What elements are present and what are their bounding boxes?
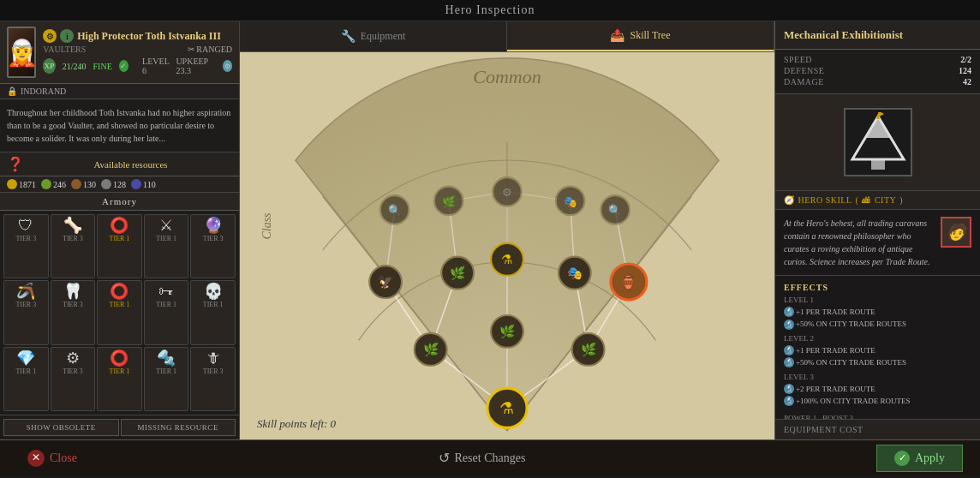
hero-badge-2: i xyxy=(60,29,74,43)
skill-tree-area[interactable]: Common Class xyxy=(240,52,774,439)
hero-badge: ⚙ xyxy=(43,29,57,43)
resources-panel: ❓ Available resources xyxy=(0,152,239,176)
svg-rect-50 xyxy=(871,159,885,170)
compass-icon: 🧭 xyxy=(784,195,795,205)
window-title: Hero Inspection xyxy=(445,3,535,16)
hero-header: 🧝 ⚙ i High Protector Toth Istvanka III V… xyxy=(0,21,239,84)
level2-label: LEVEL 2 xyxy=(784,334,971,343)
apply-button[interactable]: ✓ Apply xyxy=(876,445,963,472)
list-item[interactable]: 🦴TIER 3 xyxy=(51,214,96,278)
tooltip-description-text: At the Hero's behest, all trading carava… xyxy=(784,218,929,266)
effects-panel: EFFECTS LEVEL 1 🔬 +1 PER TRADE ROUTE 🔬 +… xyxy=(775,276,980,419)
hero-skill-label: 🧭 HERO SKILL ( 🏙 CITY ) xyxy=(775,191,980,210)
svg-text:🌿: 🌿 xyxy=(442,195,456,209)
city-bracket-open: ( xyxy=(856,195,859,205)
equipment-cost-bar: EQUIPMENT COST xyxy=(775,419,980,439)
list-item[interactable]: 🛡TIER 3 xyxy=(3,214,49,278)
missing-resource-button[interactable]: MISSING RESOURCE xyxy=(121,419,236,436)
faction-row: VAULTERS ✂ RANGED xyxy=(43,45,232,54)
svg-text:🔍: 🔍 xyxy=(608,204,622,218)
equipment-cost-label: EQUIPMENT COST xyxy=(784,425,863,434)
effect-line: 🔬 +50% ON CITY TRADE ROUTES xyxy=(784,318,971,330)
svg-text:⚗: ⚗ xyxy=(502,253,513,266)
fine-icon: ✓ xyxy=(119,60,128,72)
lock-icon: 🔒 xyxy=(7,87,17,96)
effect-line: 🔬 +100% ON CITY TRADE ROUTES xyxy=(784,395,971,407)
effect-line: 🔬 +50% ON CITY TRADE ROUTES xyxy=(784,356,971,368)
svg-text:🎭: 🎭 xyxy=(564,195,577,209)
hero-info: ⚙ i High Protector Toth Istvanka III VAU… xyxy=(43,29,232,75)
list-item[interactable]: 💀TIER 1 xyxy=(190,280,236,344)
resources-label: Available resources xyxy=(29,159,232,170)
defense-stat: DEFENSE 124 xyxy=(784,66,971,75)
svg-text:🦅: 🦅 xyxy=(378,274,394,290)
science-icon-5: 🔬 xyxy=(784,384,794,394)
skill-tree-svg: 🌿 🌿 🌿 🦅 🌿 ⚗ 🎭 🏺 🔍 xyxy=(240,52,774,439)
list-item[interactable]: 🗝TIER 1 xyxy=(144,280,189,344)
level-label: LEVEL 6 xyxy=(142,57,169,75)
hero-name: High Protector Toth Istvanka III xyxy=(77,30,221,43)
list-item[interactable]: 💎TIER 1 xyxy=(3,347,49,411)
list-item[interactable]: ⭕TIER 1 xyxy=(97,347,142,411)
tab-skilltree[interactable]: 📤 Skill Tree xyxy=(507,21,774,51)
list-item[interactable]: 🔮TIER 3 xyxy=(190,214,236,278)
close-button[interactable]: ✕ Close xyxy=(17,445,87,472)
list-item[interactable]: 🗡TIER 3 xyxy=(190,347,236,411)
hero-skill-text: HERO SKILL xyxy=(798,195,852,205)
stone-value: 128 xyxy=(113,180,126,189)
svg-text:🏺: 🏺 xyxy=(619,273,637,291)
skill-points-label: Skill points left: 0 xyxy=(257,417,336,431)
effect-line: 🔬 +1 PER TRADE ROUTE xyxy=(784,306,971,318)
science-icon: 🔬 xyxy=(784,307,794,317)
food-icon xyxy=(41,179,51,189)
faction-label: VAULTERS xyxy=(43,45,86,54)
svg-text:🌿: 🌿 xyxy=(581,342,597,357)
food-resource: 246 xyxy=(41,179,66,189)
svg-marker-49 xyxy=(865,117,891,138)
defense-value: 124 xyxy=(959,66,971,75)
armory-header: Armory xyxy=(0,193,239,211)
armory-footer: SHOW OBSOLETE MISSING RESOURCE xyxy=(0,415,239,439)
speed-stat: SPEED 2/2 xyxy=(784,55,971,64)
svg-text:🌿: 🌿 xyxy=(450,266,466,281)
list-item[interactable]: 🦷TIER 3 xyxy=(51,280,96,344)
level3-label: LEVEL 3 xyxy=(784,373,971,381)
damage-label: DAMAGE xyxy=(784,77,824,87)
tab-equipment-label: Equipment xyxy=(361,30,406,43)
svg-text:⚗: ⚗ xyxy=(500,399,515,417)
list-item[interactable]: ⭕TIER 1 xyxy=(97,214,142,278)
speed-label: SPEED xyxy=(784,55,812,64)
right-panel: Mechanical Exhibitionist SPEED 2/2 DEFEN… xyxy=(774,21,980,439)
svg-text:🎭: 🎭 xyxy=(567,266,583,281)
armory-grid[interactable]: 🛡TIER 3 🦴TIER 3 ⭕TIER 1 ⚔TIER 1 🔮TIER 3 … xyxy=(0,211,239,415)
gold-icon xyxy=(7,179,17,189)
list-item[interactable]: 🔩TIER 1 xyxy=(144,347,189,411)
stats-panel: SPEED 2/2 DEFENSE 124 DAMAGE 42 xyxy=(775,50,980,94)
hero-name-row: ⚙ i High Protector Toth Istvanka III xyxy=(43,29,232,43)
science-icon-3: 🔬 xyxy=(784,345,794,356)
reset-icon: ↺ xyxy=(439,450,450,466)
list-item[interactable]: ⭕TIER 1 xyxy=(97,280,142,344)
question-icon: ❓ xyxy=(7,156,24,172)
fine-label: FINE xyxy=(93,62,112,71)
show-obsolete-button[interactable]: SHOW OBSOLETE xyxy=(3,419,119,436)
stone-icon xyxy=(101,179,111,189)
svg-text:🔍: 🔍 xyxy=(388,204,402,218)
hero-description: Throughout her childhood Toth Istvanka h… xyxy=(0,99,239,152)
effect-line: 🔬 +2 PER TRADE ROUTE xyxy=(784,383,971,395)
tab-skilltree-label: Skill Tree xyxy=(630,29,670,42)
xp-badge: XP xyxy=(43,58,56,74)
apply-label: Apply xyxy=(915,451,945,465)
tooltip-description: 🧑 At the Hero's behest, all trading cara… xyxy=(775,210,980,276)
food-value: 246 xyxy=(53,180,66,189)
list-item[interactable]: ⚔TIER 1 xyxy=(144,214,189,278)
wood-resource: 130 xyxy=(71,179,96,189)
close-icon: ✕ xyxy=(27,450,45,467)
list-item[interactable]: ⚙TIER 3 xyxy=(51,347,96,411)
reset-button[interactable]: ↺ Reset Changes xyxy=(439,450,526,466)
tab-equipment[interactable]: 🔧 Equipment xyxy=(240,21,507,51)
center-panel: 🔧 Equipment 📤 Skill Tree Common Class xyxy=(240,21,774,439)
tab-bar: 🔧 Equipment 📤 Skill Tree xyxy=(240,21,774,52)
list-item[interactable]: 🪃TIER 3 xyxy=(3,280,49,344)
svg-marker-53 xyxy=(878,112,884,117)
